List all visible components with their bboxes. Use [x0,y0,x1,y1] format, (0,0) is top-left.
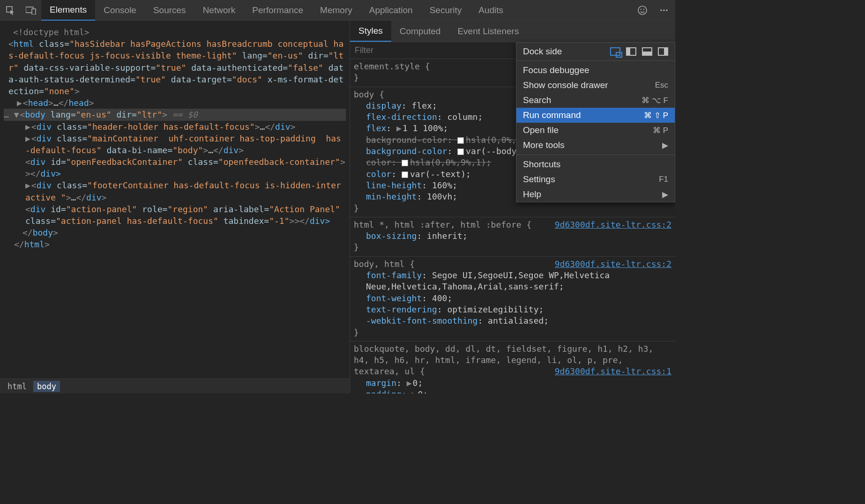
source-link[interactable]: 9d6300df.site-ltr.css:1 [555,366,671,377]
breadcrumb-html[interactable]: html [4,381,30,392]
svg-point-3 [638,6,647,15]
source-link[interactable]: 9d6300df.site-ltr.css:2 [555,219,671,230]
tab-elements[interactable]: Elements [41,0,95,21]
main-tabs: ElementsConsoleSourcesNetworkPerformance… [41,0,512,21]
more-menu-icon[interactable] [656,0,671,21]
svg-point-5 [643,8,644,9]
menu-open-file[interactable]: Open file⌘ P [516,123,675,138]
tab-event-listeners[interactable]: Event Listeners [449,21,527,42]
tab-sources[interactable]: Sources [145,0,194,21]
dock-left-icon[interactable] [626,47,636,56]
feedback-icon[interactable] [635,0,650,21]
menu-help[interactable]: Help▶ [516,187,675,202]
menu-show-console-drawer[interactable]: Show console drawerEsc [516,78,675,93]
svg-point-6 [660,9,662,11]
tab-performance[interactable]: Performance [244,0,312,21]
svg-rect-2 [32,9,36,15]
menu-more-tools[interactable]: More tools▶ [516,138,675,153]
dom-tree[interactable]: <!doctype html><html class="hasSidebar h… [0,21,350,378]
menu-focus-debuggee[interactable]: Focus debuggee [516,63,675,78]
svg-point-7 [663,9,665,11]
dock-bottom-icon[interactable] [642,47,652,56]
svg-point-8 [666,9,668,11]
tab-styles[interactable]: Styles [350,21,391,42]
top-toolbar: ElementsConsoleSourcesNetworkPerformance… [0,0,675,21]
device-toggle-icon[interactable] [21,0,41,21]
menu-run-command[interactable]: Run command⌘ ⇧ P [516,108,675,123]
tab-security[interactable]: Security [421,0,470,21]
menu-settings[interactable]: SettingsF1 [516,172,675,187]
tab-console[interactable]: Console [95,0,145,21]
styles-tabs: StylesComputedEvent Listeners [350,21,675,42]
inspect-icon[interactable] [0,0,21,21]
dock-undock-icon[interactable] [610,47,620,56]
menu-shortcuts[interactable]: Shortcuts [516,157,675,172]
tab-memory[interactable]: Memory [312,0,361,21]
tab-audits[interactable]: Audits [470,0,512,21]
tab-computed[interactable]: Computed [391,21,449,42]
dock-side-row: Dock side [516,43,675,59]
tab-application[interactable]: Application [361,0,421,21]
breadcrumb: htmlbody [0,378,350,393]
menu-search[interactable]: Search⌘ ⌥ F [516,93,675,108]
breadcrumb-body[interactable]: body [33,381,60,392]
settings-menu: Dock side Focus debuggeeShow console dra… [516,42,675,202]
dock-right-icon[interactable] [658,47,668,56]
tab-network[interactable]: Network [194,0,244,21]
styles-panel: StylesComputedEvent Listeners element.st… [350,21,675,393]
dock-side-label: Dock side [523,46,562,57]
svg-point-4 [641,8,641,9]
elements-panel: <!doctype html><html class="hasSidebar h… [0,21,350,393]
source-link[interactable]: 9d6300df.site-ltr.css:2 [555,259,671,270]
